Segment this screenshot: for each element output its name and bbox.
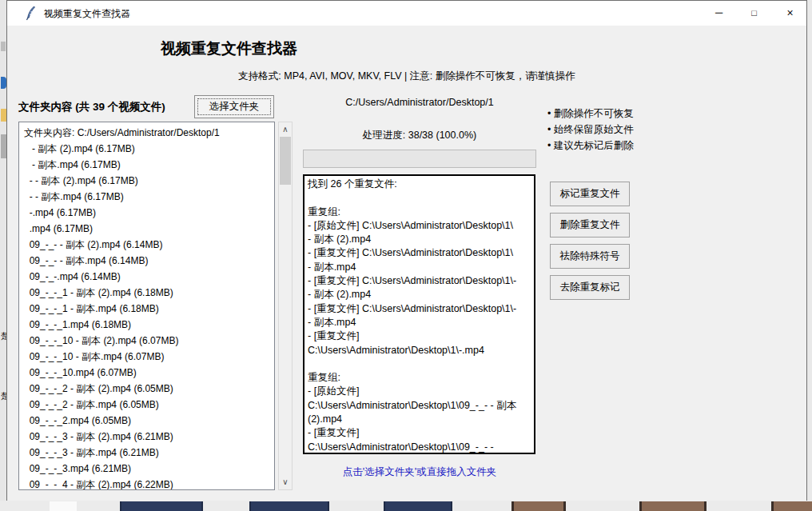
desktop-icon-fragment	[1, 42, 6, 51]
desktop-icon-fragment	[1, 109, 6, 122]
desktop-icon-label-fragment: 楚	[1, 391, 6, 401]
result-line: - [重复文件] C:\Users\Administrator\Desktop\…	[308, 274, 531, 288]
desktop-background-bottom	[0, 501, 812, 511]
file-list-item[interactable]: 09_-_-_3 - 副本 (2).mp4 (6.21MB)	[24, 429, 274, 445]
minimize-button[interactable]: ─	[701, 1, 737, 26]
result-line: - 副本.mp4	[308, 261, 531, 274]
file-list-item[interactable]: - - 副本 (2).mp4 (6.17MB)	[24, 173, 274, 189]
remove-duplicate-marks-button[interactable]: 去除重复标记	[550, 275, 630, 300]
page-title: 视频重复文件查找器	[161, 38, 297, 59]
file-list-item[interactable]: 09_-_-_3.mp4 (6.21MB)	[24, 461, 274, 477]
progress-label: 处理进度: 38/38 (100.0%)	[303, 129, 536, 142]
file-list-scrollbar[interactable]: ∧ ∨	[278, 122, 293, 490]
desktop-thumbnail	[511, 501, 566, 511]
app-window: 视频重复文件查找器 ─ □ × 视频重复文件查找器 支持格式: MP4, AVI…	[6, 0, 807, 501]
scrollbar-thumb[interactable]	[280, 137, 291, 185]
result-line: 重复组:	[308, 206, 531, 219]
result-line	[308, 191, 531, 205]
file-list-item[interactable]: - 副本.mp4 (6.17MB)	[24, 157, 274, 173]
file-list-item[interactable]: 09_-_-_1 - 副本.mp4 (6.18MB)	[24, 301, 274, 317]
page-subtitle: 支持格式: MP4, AVI, MOV, MKV, FLV | 注意: 删除操作…	[167, 70, 647, 83]
file-list-item[interactable]: 09_-_-_2 - 副本.mp4 (6.05MB)	[24, 397, 274, 413]
result-line: (2).mp4	[308, 413, 531, 426]
file-list-item[interactable]: 09_-_-_2 - 副本 (2).mp4 (6.05MB)	[24, 381, 274, 397]
result-line: C:\Users\Administrator\Desktop\1\09_-_- …	[308, 441, 531, 454]
file-list-item[interactable]: .mp4 (6.17MB)	[24, 221, 274, 237]
maximize-button[interactable]: □	[736, 1, 772, 26]
result-line: 重复组:	[308, 371, 531, 385]
desktop-thumbnail	[771, 501, 812, 511]
file-list-item[interactable]: 09_-_-_10 - 副本 (2).mp4 (6.07MB)	[24, 333, 274, 349]
file-list-item[interactable]: -.mp4 (6.17MB)	[24, 205, 274, 221]
file-list-item[interactable]: - - 副本.mp4 (6.17MB)	[24, 189, 274, 205]
file-list-item[interactable]: 文件夹内容: C:/Users/Administrator/Desktop/1	[24, 125, 274, 141]
file-list-item[interactable]: - 副本 (2).mp4 (6.17MB)	[24, 141, 274, 157]
desktop-background-left: 楚 楚	[0, 0, 6, 511]
scroll-up-icon[interactable]: ∧	[279, 123, 292, 136]
desktop-thumbnail	[50, 501, 77, 511]
result-line: - [重复文件] C:\Users\Administrator\Desktop\…	[308, 302, 531, 316]
select-folder-button[interactable]: 选择文件夹	[194, 95, 274, 118]
warning-tips: • 删除操作不可恢复• 始终保留原始文件• 建议先标记后删除	[547, 106, 634, 154]
warning-tip-item: • 建议先标记后删除	[547, 138, 634, 154]
desktop-thumbnail	[639, 501, 707, 511]
close-button[interactable]: ×	[772, 1, 808, 26]
file-list-item[interactable]: 09_-_-_3 - 副本.mp4 (6.21MB)	[24, 445, 274, 461]
file-list-item[interactable]: 09_-_-_10.mp4 (6.07MB)	[24, 365, 274, 381]
desktop-thumbnail	[120, 501, 203, 511]
result-line: - 副本 (2).mp4	[308, 233, 531, 246]
desktop-thumbnail	[249, 501, 329, 511]
progress-bar	[303, 150, 536, 168]
file-list-item[interactable]: 09_-_-.mp4 (6.14MB)	[24, 269, 274, 285]
file-list-item[interactable]: 09_-_-_10 - 副本.mp4 (6.07MB)	[24, 349, 274, 365]
warning-tip-item: • 删除操作不可恢复	[547, 106, 634, 122]
desktop-icon-fragment	[1, 77, 6, 89]
desktop-thumbnail	[384, 501, 452, 511]
result-line: C:\Users\Administrator\Desktop\1\09_-_- …	[308, 399, 531, 413]
file-list-item[interactable]: 09_-_-_1 - 副本 (2).mp4 (6.18MB)	[24, 285, 274, 301]
delete-duplicates-button[interactable]: 删除重复文件	[550, 213, 630, 238]
mark-duplicates-button[interactable]: 标记重复文件	[550, 182, 630, 206]
app-feather-icon	[24, 6, 38, 21]
result-line: - 副本.mp4	[308, 316, 531, 329]
file-list-item[interactable]: 09_-_-_1.mp4 (6.18MB)	[24, 317, 274, 333]
duplicate-results-textarea[interactable]: 找到 26 个重复文件:重复组:- [原始文件] C:\Users\Admini…	[303, 174, 535, 454]
file-listbox[interactable]: 文件夹内容: C:/Users/Administrator/Desktop/1 …	[18, 122, 275, 490]
result-line: - [重复文件] C:\Users\Administrator\Desktop\…	[308, 246, 531, 260]
file-list-item[interactable]: 09_-_-_4 - 副本 (2).mp4 (6.22MB)	[24, 477, 274, 490]
drop-hint-link[interactable]: 点击'选择文件夹'或直接拖入文件夹	[303, 465, 536, 479]
desktop-scrollbar-fragment	[1, 134, 6, 158]
result-line: 找到 26 个重复文件:	[308, 178, 531, 191]
result-line: C:\Users\Administrator\Desktop\1\-.mp4	[308, 344, 531, 357]
result-line: - 副本 (2).mp4	[308, 288, 531, 301]
desktop-icon-label-fragment: 楚	[1, 331, 6, 341]
warning-tip-item: • 始终保留原始文件	[547, 122, 634, 138]
selected-folder-path: C:/Users/Administrator/Desktop/1	[303, 97, 536, 108]
result-line: - [原始文件] C:\Users\Administrator\Desktop\…	[308, 219, 531, 233]
file-list-item[interactable]: 09_-_- - 副本.mp4 (6.14MB)	[24, 253, 274, 269]
scroll-down-icon[interactable]: ∨	[279, 476, 292, 489]
strip-special-chars-button[interactable]: 祛除特殊符号	[550, 244, 630, 269]
result-line: - [原始文件]	[308, 385, 531, 398]
folder-content-label: 文件夹内容 (共 39 个视频文件)	[18, 100, 165, 114]
titlebar[interactable]: 视频重复文件查找器 ─ □ ×	[7, 1, 806, 26]
result-line: - [重复文件]	[308, 329, 531, 343]
result-line: - [重复文件]	[308, 426, 531, 440]
window-title: 视频重复文件查找器	[44, 7, 130, 21]
result-line	[308, 357, 531, 371]
file-list-item[interactable]: 09_-_- - 副本 (2).mp4 (6.14MB)	[24, 237, 274, 253]
file-list-item[interactable]: 09_-_-_2.mp4 (6.05MB)	[24, 413, 274, 429]
